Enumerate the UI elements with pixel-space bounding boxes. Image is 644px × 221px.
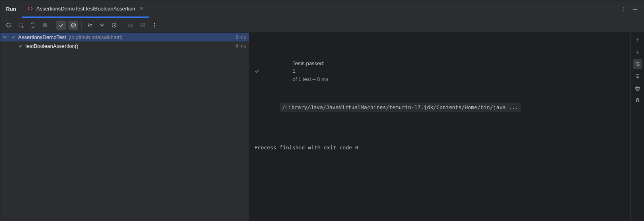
svg-rect-9 <box>128 24 132 27</box>
run-tool-window: Run AssertionsDemoTest.testBooleanAssert… <box>0 0 644 221</box>
console-output[interactable]: Tests passed: 1 of 1 test – 8 ms /Librar… <box>250 33 630 221</box>
svg-point-10 <box>130 25 131 27</box>
run-title: Run <box>0 6 22 12</box>
check-icon <box>254 53 272 89</box>
svg-point-12 <box>154 23 155 24</box>
svg-rect-5 <box>43 23 46 27</box>
svg-point-13 <box>154 25 155 25</box>
up-stack-icon <box>633 35 642 45</box>
run-main: AssertionsDemoTest (io.github.mfaisalkha… <box>0 33 644 221</box>
run-header: Run AssertionsDemoTest.testBooleanAssert… <box>0 0 644 18</box>
console-pane: Tests passed: 1 of 1 test – 8 ms /Librar… <box>250 33 644 221</box>
test-class-time: 8 ms <box>235 34 249 40</box>
test-method-time: 8 ms <box>235 43 249 49</box>
check-icon <box>11 35 16 39</box>
svg-point-2 <box>623 10 623 11</box>
separator <box>122 21 122 29</box>
svg-point-4 <box>22 26 23 28</box>
show-passed-icon[interactable] <box>56 21 66 30</box>
test-class-package: (io.github.mfaisalkhatri) <box>68 34 122 40</box>
hide-panel-icon[interactable] <box>631 5 639 13</box>
svg-rect-17 <box>636 89 639 91</box>
svg-point-0 <box>623 7 623 8</box>
svg-rect-3 <box>633 9 638 10</box>
run-toolbar <box>0 18 644 33</box>
test-method-row[interactable]: testBooleanAssertion() 8 ms <box>0 41 249 50</box>
console-right-gutter <box>630 33 644 221</box>
rerun-failed-icon <box>16 21 25 30</box>
test-history-icon[interactable] <box>109 21 119 30</box>
more-options-icon[interactable] <box>619 5 627 13</box>
toolbar-more-icon[interactable] <box>150 21 159 30</box>
java-command-line: /Library/Java/JavaVirtualMachines/temuri… <box>280 103 521 112</box>
svg-point-1 <box>623 8 623 9</box>
expand-all-icon[interactable] <box>97 21 107 30</box>
run-tab[interactable]: AssertionsDemoTest.testBooleanAssertion <box>22 0 149 18</box>
separator <box>81 21 82 29</box>
sort-icon[interactable] <box>85 21 95 30</box>
close-icon[interactable] <box>138 5 145 12</box>
stop-icon <box>40 21 50 30</box>
tests-passed-status: Tests passed: 1 of 1 test – 8 ms <box>254 52 625 91</box>
svg-point-14 <box>154 27 155 27</box>
test-method-name: testBooleanAssertion() <box>25 43 78 49</box>
show-ignored-icon[interactable] <box>68 21 78 30</box>
test-class-name: AssertionsDemoTest <box>18 34 66 40</box>
toggle-auto-test-icon[interactable] <box>28 21 37 30</box>
chevron-down-icon[interactable] <box>3 35 8 39</box>
header-right-actions <box>619 5 644 13</box>
status-label: Tests passed: <box>292 60 324 66</box>
run-tab-label: AssertionsDemoTest.testBooleanAssertion <box>36 6 135 12</box>
test-class-row[interactable]: AssertionsDemoTest (io.github.mfaisalkha… <box>0 33 249 41</box>
export-results-icon <box>126 21 135 30</box>
separator <box>53 21 53 29</box>
soft-wrap-icon[interactable] <box>633 59 642 69</box>
down-stack-icon <box>633 47 642 57</box>
scroll-to-end-icon[interactable] <box>633 71 642 81</box>
run-config-icon <box>27 6 33 11</box>
status-count: 1 <box>293 68 295 74</box>
svg-line-7 <box>72 24 75 27</box>
test-tree[interactable]: AssertionsDemoTest (io.github.mfaisalkha… <box>0 33 250 221</box>
rerun-icon[interactable] <box>4 21 13 30</box>
status-suffix: of 1 test – 8 ms <box>293 76 328 82</box>
import-tests-icon <box>138 21 147 30</box>
check-icon <box>18 43 23 48</box>
process-exit-line: Process finished with exit code 0 <box>254 144 625 152</box>
print-icon[interactable] <box>633 83 642 93</box>
clear-all-icon[interactable] <box>633 95 642 105</box>
